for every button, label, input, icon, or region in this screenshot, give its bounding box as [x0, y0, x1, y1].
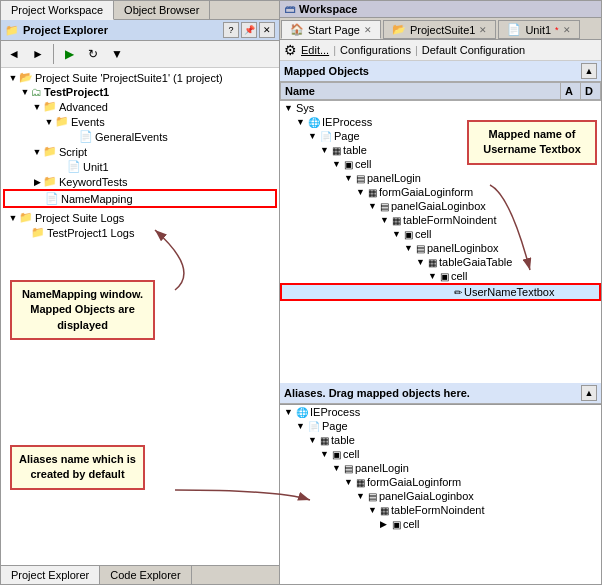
close-button[interactable]: ✕ [259, 22, 275, 38]
toggle-tableform[interactable]: ▼ [380, 215, 392, 225]
toggle-suite[interactable]: ▼ [7, 73, 19, 83]
edit-label[interactable]: Edit... [301, 44, 329, 56]
mapped-panelloginbox[interactable]: ▼ ▤ panelLoginbox [280, 241, 601, 255]
toggle-events[interactable]: ▼ [43, 117, 55, 127]
scroll-up-mapped[interactable]: ▲ [581, 63, 597, 79]
projectsuite1-close[interactable]: ✕ [479, 25, 487, 35]
tree-item-testproject[interactable]: ▼ 🗂 TestProject1 [3, 85, 277, 99]
panellogin-label: panelLogin [367, 172, 421, 184]
alias-panelgaia[interactable]: ▼ ▤ panelGaiaLoginbox [280, 489, 601, 503]
tree-item-generalevents[interactable]: ▶ 📄 GeneralEvents [3, 129, 277, 144]
toggle-alias-ie[interactable]: ▼ [284, 407, 296, 417]
configs-label[interactable]: Configurations [340, 44, 411, 56]
forward-button[interactable]: ► [27, 43, 49, 65]
left-toolbar: ◄ ► ▶ ↻ ▼ [1, 41, 279, 68]
toolbar-separator [53, 44, 54, 64]
testproject-label: TestProject1 [44, 86, 109, 98]
alias-cell2[interactable]: ▶ ▣ cell [280, 517, 601, 531]
tree-item-keyword[interactable]: ▶ 📁 KeywordTests [3, 174, 277, 189]
alias-table[interactable]: ▼ ▦ table [280, 433, 601, 447]
help-button[interactable]: ? [223, 22, 239, 38]
mapped-tableform[interactable]: ▼ ▦ tableFormNoindent [280, 213, 601, 227]
back-button[interactable]: ◄ [3, 43, 25, 65]
unit1-close[interactable]: ✕ [563, 25, 571, 35]
alias-panellogin[interactable]: ▼ ▤ panelLogin [280, 461, 601, 475]
alias-panellogin-label: panelLogin [355, 462, 409, 474]
tab-startpage[interactable]: 🏠 Start Page ✕ [281, 20, 381, 39]
toggle-ieprocess[interactable]: ▼ [296, 117, 308, 127]
startpage-close[interactable]: ✕ [364, 25, 372, 35]
tab-code-explorer[interactable]: Code Explorer [100, 566, 191, 584]
tree-item-suitelogs[interactable]: ▼ 📁 Project Suite Logs [3, 210, 277, 225]
mapped-username[interactable]: ▶ ✏ UserNameTextbox [280, 283, 601, 301]
tree-item-advanced[interactable]: ▼ 📁 Advanced [3, 99, 277, 114]
unit1-label: Unit1 [83, 161, 109, 173]
toggle-formgaia[interactable]: ▼ [356, 187, 368, 197]
tree-item-suite[interactable]: ▼ 📂 Project Suite 'ProjectSuite1' (1 pro… [3, 70, 277, 85]
toggle-alias-tableform[interactable]: ▼ [368, 505, 380, 515]
tree-item-projlogs[interactable]: ▶ 📁 TestProject1 Logs [3, 225, 277, 240]
tab-projectsuite1[interactable]: 📂 ProjectSuite1 ✕ [383, 20, 496, 39]
mapped-panellogin[interactable]: ▼ ▤ panelLogin [280, 171, 601, 185]
table-label: table [343, 144, 367, 156]
toggle-alias-panelgaia[interactable]: ▼ [356, 491, 368, 501]
mapped-formgaia[interactable]: ▼ ▦ formGaiaLoginform [280, 185, 601, 199]
tree-item-events[interactable]: ▼ 📁 Events [3, 114, 277, 129]
refresh-button[interactable]: ↻ [82, 43, 104, 65]
mapped-tablegaia[interactable]: ▼ ▦ tableGaiaTable [280, 255, 601, 269]
tree-item-namemapping[interactable]: ▶ 📄 NameMapping [3, 189, 277, 208]
alias-formgaia[interactable]: ▼ ▦ formGaiaLoginform [280, 475, 601, 489]
toggle-cell3[interactable]: ▼ [428, 271, 440, 281]
toggle-alias-cell[interactable]: ▼ [320, 449, 332, 459]
tree-item-script[interactable]: ▼ 📁 Script [3, 144, 277, 159]
alias-cell[interactable]: ▼ ▣ cell [280, 447, 601, 461]
mapped-cell2[interactable]: ▼ ▣ cell [280, 227, 601, 241]
toggle-keyword[interactable]: ▶ [31, 177, 43, 187]
projectsuite1-label: ProjectSuite1 [410, 24, 475, 36]
toggle-advanced[interactable]: ▼ [31, 102, 43, 112]
tab-project-workspace[interactable]: Project Workspace [1, 1, 114, 20]
toggle-alias-panellogin[interactable]: ▼ [332, 463, 344, 473]
toggle-panelgaia[interactable]: ▼ [368, 201, 380, 211]
toggle-script[interactable]: ▼ [31, 147, 43, 157]
toggle-cell1[interactable]: ▼ [332, 159, 344, 169]
toggle-sys[interactable]: ▼ [284, 103, 296, 113]
keyword-icon: 📁 [43, 175, 57, 188]
suite-icon: 📂 [19, 71, 33, 84]
toggle-suitelogs[interactable]: ▼ [7, 213, 19, 223]
dropdown-button[interactable]: ▼ [106, 43, 128, 65]
toggle-alias-formgaia[interactable]: ▼ [344, 477, 356, 487]
toggle-cell2[interactable]: ▼ [392, 229, 404, 239]
tree-item-unit1[interactable]: ▶ 📄 Unit1 [3, 159, 277, 174]
mapped-sys[interactable]: ▼ Sys [280, 101, 601, 115]
tab-project-explorer-bottom[interactable]: Project Explorer [1, 566, 100, 584]
events-label: Events [71, 116, 105, 128]
mapped-panelgaia[interactable]: ▼ ▤ panelGaiaLoginbox [280, 199, 601, 213]
mapped-cell3[interactable]: ▼ ▣ cell [280, 269, 601, 283]
pin-button[interactable]: 📌 [241, 22, 257, 38]
toggle-panellogin[interactable]: ▼ [344, 173, 356, 183]
alias-cell2-icon: ▣ [392, 519, 401, 530]
toggle-panelloginbox[interactable]: ▼ [404, 243, 416, 253]
callout-username: Mapped name of Username Textbox [467, 120, 597, 165]
run-button[interactable]: ▶ [58, 43, 80, 65]
alias-panellogin-icon: ▤ [344, 463, 353, 474]
toggle-alias-page[interactable]: ▼ [296, 421, 308, 431]
default-config-label[interactable]: Default Configuration [422, 44, 525, 56]
alias-tableform-label: tableFormNoindent [391, 504, 485, 516]
toggle-alias-table[interactable]: ▼ [308, 435, 320, 445]
scroll-up-aliases[interactable]: ▲ [581, 385, 597, 401]
script-icon: 📁 [43, 145, 57, 158]
tab-object-browser[interactable]: Object Browser [114, 1, 210, 19]
toggle-page[interactable]: ▼ [308, 131, 320, 141]
toggle-tablegaia[interactable]: ▼ [416, 257, 428, 267]
toggle-table[interactable]: ▼ [320, 145, 332, 155]
workspace-toolbar: ⚙ Edit... | Configurations | Default Con… [280, 40, 601, 61]
tableform-label: tableFormNoindent [403, 214, 497, 226]
tab-unit1[interactable]: 📄 Unit1 * ✕ [498, 20, 579, 39]
toggle-alias-cell2[interactable]: ▶ [380, 519, 392, 529]
alias-page[interactable]: ▼ 📄 Page [280, 419, 601, 433]
alias-ieprocess[interactable]: ▼ 🌐 IEProcess [280, 405, 601, 419]
toggle-testproject[interactable]: ▼ [19, 87, 31, 97]
alias-tableform[interactable]: ▼ ▦ tableFormNoindent [280, 503, 601, 517]
